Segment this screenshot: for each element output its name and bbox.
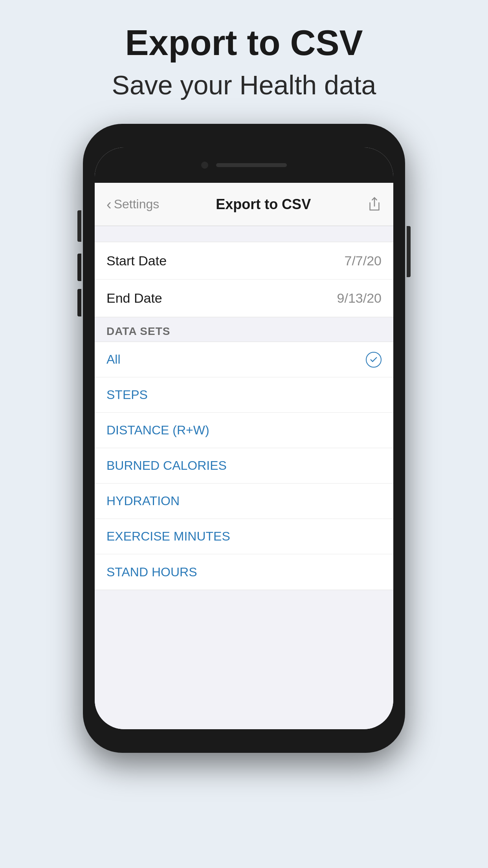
datasets-section-header: DATA SETS xyxy=(95,317,393,342)
page-subtitle: Save your Health data xyxy=(112,70,376,100)
end-date-label: End Date xyxy=(106,291,162,306)
top-gap xyxy=(95,226,393,242)
dataset-label-burned-calories: BURNED CALORIES xyxy=(106,458,227,473)
end-date-row[interactable]: End Date 9/13/20 xyxy=(95,280,393,317)
dataset-label-all: All xyxy=(106,352,121,367)
app-content: ‹ Settings Export to CSV xyxy=(95,183,393,729)
dataset-row-distance[interactable]: DISTANCE (R+W) xyxy=(95,413,393,448)
dataset-row-steps[interactable]: STEPS xyxy=(95,377,393,413)
dataset-label-stand-hours: STAND HOURS xyxy=(106,565,197,579)
dataset-label-hydration: HYDRATION xyxy=(106,494,180,508)
nav-title: Export to CSV xyxy=(216,196,311,213)
dataset-row-exercise-minutes[interactable]: EXERCISE MINUTES xyxy=(95,519,393,554)
camera-dot xyxy=(201,162,208,169)
dataset-row-burned-calories[interactable]: BURNED CALORIES xyxy=(95,448,393,484)
page-title: Export to CSV xyxy=(125,24,363,63)
date-section: Start Date 7/7/20 End Date 9/13/20 xyxy=(95,242,393,317)
phone-shell: ‹ Settings Export to CSV xyxy=(83,124,405,753)
start-date-value: 7/7/20 xyxy=(344,253,382,268)
phone-screen: ‹ Settings Export to CSV xyxy=(95,147,393,729)
dataset-row-hydration[interactable]: HYDRATION xyxy=(95,484,393,519)
navigation-bar: ‹ Settings Export to CSV xyxy=(95,183,393,226)
chevron-left-icon: ‹ xyxy=(106,197,112,212)
back-button[interactable]: ‹ Settings xyxy=(106,197,159,212)
datasets-section: All STEPS xyxy=(95,342,393,590)
dataset-label-steps: STEPS xyxy=(106,388,148,402)
end-date-value: 9/13/20 xyxy=(337,291,382,306)
speaker-bar xyxy=(216,163,287,167)
start-date-row[interactable]: Start Date 7/7/20 xyxy=(95,242,393,280)
share-button[interactable] xyxy=(367,197,382,212)
phone-top-bar xyxy=(95,147,393,183)
volume-down-button xyxy=(77,289,81,316)
phone-mockup: ‹ Settings Export to CSV xyxy=(83,124,405,824)
dataset-row-stand-hours[interactable]: STAND HOURS xyxy=(95,554,393,590)
dataset-label-exercise-minutes: EXERCISE MINUTES xyxy=(106,529,230,544)
scroll-area: Start Date 7/7/20 End Date 9/13/20 DATA … xyxy=(95,226,393,590)
checkmark-icon xyxy=(366,352,382,368)
dataset-label-distance: DISTANCE (R+W) xyxy=(106,423,209,438)
start-date-label: Start Date xyxy=(106,253,167,268)
dataset-row-all[interactable]: All xyxy=(95,342,393,377)
back-label: Settings xyxy=(114,197,160,211)
volume-up-button xyxy=(77,254,81,281)
